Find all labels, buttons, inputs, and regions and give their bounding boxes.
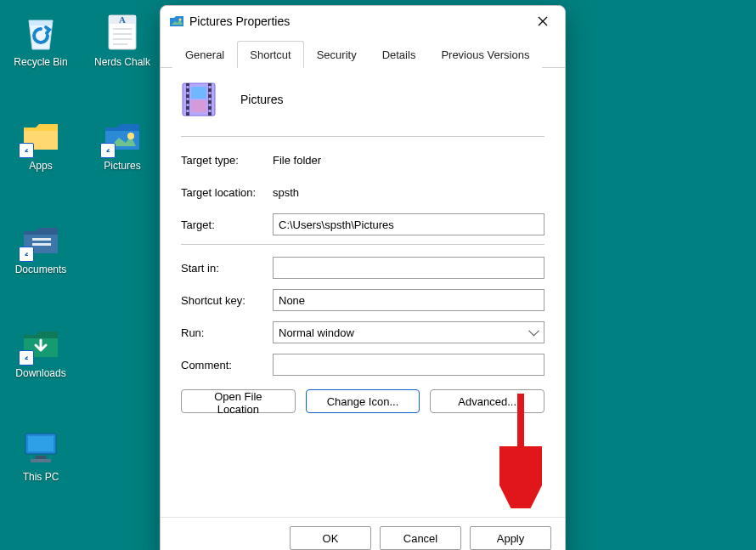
pictures-folder-icon	[169, 14, 184, 29]
comment-input[interactable]	[273, 354, 544, 376]
properties-dialog: Pictures Properties General Shortcut Sec…	[160, 5, 566, 550]
svg-rect-26	[209, 92, 212, 94]
desktop-icon-documents[interactable]: Documents	[7, 219, 75, 275]
dialog-title: Pictures Properties	[189, 14, 529, 28]
start-in-label: Start in:	[181, 262, 273, 275]
tab-previous-versions[interactable]: Previous Versions	[428, 41, 542, 68]
target-location-label: Target location:	[181, 186, 273, 199]
icon-label: Apps	[7, 160, 75, 172]
svg-rect-19	[191, 100, 206, 112]
divider	[181, 136, 544, 137]
shortcut-target-icon	[181, 82, 217, 117]
desktop-icon-apps[interactable]: Apps	[7, 116, 75, 172]
svg-rect-12	[36, 456, 46, 459]
svg-rect-9	[32, 243, 51, 246]
dialog-footer: OK Cancel Apply	[161, 517, 565, 550]
target-location-value: spsth	[273, 186, 299, 199]
computer-icon	[20, 427, 61, 468]
desktop-icon-recycle-bin[interactable]: Recycle Bin	[7, 12, 75, 68]
svg-rect-29	[209, 110, 212, 112]
pictures-folder-icon	[102, 116, 143, 156]
svg-rect-11	[28, 436, 54, 451]
svg-rect-23	[187, 104, 189, 106]
shortcut-key-label: Shortcut key:	[181, 294, 273, 307]
cancel-button[interactable]: Cancel	[380, 526, 461, 550]
svg-rect-18	[191, 87, 206, 99]
icon-label: Downloads	[7, 367, 75, 379]
icon-label: Pictures	[88, 160, 156, 172]
shortcut-arrow-icon	[100, 143, 116, 158]
open-file-location-button[interactable]: Open File Location	[181, 389, 296, 413]
close-button[interactable]	[529, 9, 556, 33]
documents-folder-icon	[20, 219, 61, 260]
target-label: Target:	[181, 218, 273, 231]
downloads-folder-icon	[20, 323, 61, 364]
icon-label: This PC	[7, 471, 75, 483]
icon-label: Recycle Bin	[7, 56, 75, 68]
divider	[181, 244, 544, 245]
svg-point-14	[179, 19, 182, 21]
titlebar[interactable]: Pictures Properties	[161, 6, 565, 35]
close-icon	[538, 16, 548, 26]
tab-general[interactable]: General	[172, 41, 237, 68]
shortcut-name: Pictures	[240, 93, 284, 106]
tab-shortcut[interactable]: Shortcut	[237, 41, 303, 68]
run-select[interactable]: Normal window	[273, 321, 544, 343]
desktop-icon-pictures[interactable]: Pictures	[88, 116, 156, 172]
target-type-label: Target type:	[181, 154, 273, 167]
svg-point-7	[127, 133, 134, 139]
svg-rect-22	[187, 98, 189, 100]
shortcut-panel: Pictures Target type: File folder Target…	[161, 68, 565, 423]
svg-rect-8	[32, 238, 51, 241]
document-icon: A	[102, 12, 143, 53]
desktop-icon-nerds-chalk[interactable]: A Nerds Chalk	[88, 12, 156, 68]
shortcut-key-input[interactable]	[273, 289, 544, 311]
svg-rect-20	[187, 86, 189, 88]
svg-rect-27	[209, 98, 212, 100]
apply-button[interactable]: Apply	[470, 526, 551, 550]
svg-text:A: A	[119, 14, 126, 25]
change-icon-button[interactable]: Change Icon...	[306, 389, 420, 413]
svg-rect-13	[31, 459, 51, 462]
start-in-input[interactable]	[273, 257, 544, 279]
target-input[interactable]	[273, 213, 544, 235]
shortcut-arrow-icon	[19, 247, 34, 262]
target-type-value: File folder	[273, 154, 321, 167]
desktop-icon-downloads[interactable]: Downloads	[7, 323, 75, 379]
advanced-button[interactable]: Advanced...	[430, 389, 544, 413]
icon-label: Nerds Chalk	[88, 56, 156, 68]
run-label: Run:	[181, 326, 273, 339]
comment-label: Comment:	[181, 359, 273, 371]
icon-label: Documents	[7, 264, 75, 275]
shortcut-arrow-icon	[19, 350, 34, 366]
svg-rect-25	[209, 86, 212, 88]
ok-button[interactable]: OK	[290, 526, 371, 550]
recycle-bin-icon	[20, 12, 61, 53]
folder-icon	[20, 116, 61, 156]
desktop-icon-this-pc[interactable]: This PC	[7, 427, 75, 483]
tab-security[interactable]: Security	[304, 41, 370, 68]
tab-strip: General Shortcut Security Details Previo…	[161, 40, 565, 68]
tab-details[interactable]: Details	[370, 41, 429, 68]
shortcut-arrow-icon	[19, 143, 34, 158]
svg-rect-21	[187, 92, 189, 94]
svg-rect-28	[209, 104, 212, 106]
svg-rect-24	[187, 110, 189, 112]
